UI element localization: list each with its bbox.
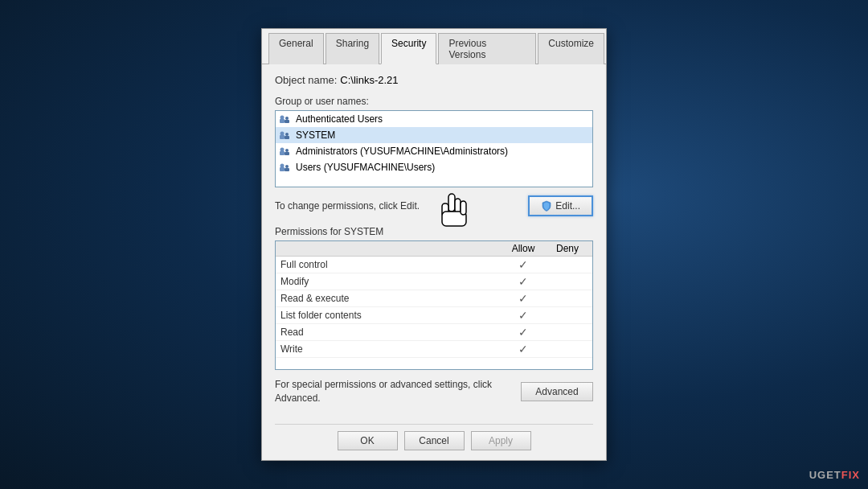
table-row: List folder contents ✓ [276, 307, 592, 324]
svg-point-15 [285, 165, 289, 168]
svg-rect-2 [285, 120, 289, 123]
permissions-header: Permissions for SYSTEM [275, 226, 593, 237]
tab-security[interactable]: Security [381, 33, 436, 64]
svg-point-9 [280, 147, 285, 151]
tab-previous-versions[interactable]: Previous Versions [438, 33, 536, 64]
user-group-icon [279, 113, 292, 125]
allow-check-read-execute: ✓ [499, 292, 547, 305]
object-name-label: Object name: [275, 74, 337, 86]
tab-sharing[interactable]: Sharing [326, 33, 379, 64]
object-name-row: Object name: C:\links-2.21 [275, 74, 593, 86]
svg-rect-10 [285, 152, 289, 155]
svg-rect-6 [285, 136, 289, 139]
permissions-column-headers: Allow Deny [276, 241, 592, 257]
apply-button[interactable]: Apply [471, 431, 531, 450]
allow-check-write: ✓ [499, 343, 547, 355]
allow-check-list: ✓ [499, 309, 547, 322]
perm-col-deny: Deny [547, 243, 588, 254]
properties-dialog: General Sharing Security Previous Versio… [261, 28, 607, 462]
table-row: Read & execute ✓ [276, 290, 592, 307]
list-item[interactable]: Authenticated Users [276, 111, 592, 127]
svg-rect-12 [280, 167, 285, 171]
advanced-button[interactable]: Advanced [521, 382, 593, 401]
table-row: Full control ✓ [276, 257, 592, 273]
svg-point-11 [285, 149, 289, 152]
svg-rect-4 [280, 135, 285, 139]
user-group-icon [279, 129, 292, 142]
edit-button[interactable]: Edit... [528, 195, 593, 216]
svg-point-5 [280, 131, 285, 135]
advanced-row: For special permissions or advanced sett… [275, 378, 593, 405]
allow-check-full: ✓ [499, 258, 547, 271]
user-group-icon [279, 161, 292, 174]
cancel-button[interactable]: Cancel [404, 431, 465, 450]
svg-point-7 [285, 133, 289, 136]
permissions-table: Allow Deny Full control ✓ Modify ✓ Read … [275, 240, 593, 370]
tab-general[interactable]: General [268, 33, 324, 64]
permissions-list[interactable]: Full control ✓ Modify ✓ Read & execute ✓… [276, 257, 592, 369]
allow-check-read: ✓ [499, 326, 547, 339]
list-item[interactable]: Administrators (YUSUFMACHINE\Administrat… [276, 143, 592, 159]
shield-icon [541, 200, 552, 212]
svg-point-13 [280, 163, 285, 167]
svg-point-3 [285, 117, 289, 120]
svg-rect-8 [280, 151, 285, 155]
table-row: Write ✓ [276, 341, 592, 358]
svg-point-1 [280, 115, 285, 119]
svg-rect-14 [285, 168, 289, 171]
list-item[interactable]: SYSTEM [276, 127, 592, 143]
security-content: Object name: C:\links-2.21 Group or user… [262, 64, 606, 425]
advanced-text: For special permissions or advanced sett… [275, 378, 521, 405]
edit-row-text: To change permissions, click Edit. [275, 200, 528, 212]
perm-col-name [280, 243, 499, 254]
tab-bar: General Sharing Security Previous Versio… [262, 29, 606, 64]
ok-button[interactable]: OK [338, 431, 398, 450]
group-label: Group or user names: [275, 96, 593, 107]
user-group-icon [279, 145, 292, 158]
list-item[interactable]: Users (YUSUFMACHINE\Users) [276, 159, 592, 175]
edit-row: To change permissions, click Edit. Edit.… [275, 195, 593, 216]
table-row: Read ✓ [276, 324, 592, 341]
bottom-buttons: OK Cancel Apply [275, 424, 593, 450]
perm-col-allow: Allow [499, 243, 547, 254]
svg-rect-0 [280, 119, 285, 123]
allow-check-modify: ✓ [499, 275, 547, 288]
object-name-value: C:\links-2.21 [340, 74, 398, 86]
tab-customize[interactable]: Customize [538, 33, 604, 64]
users-listbox[interactable]: Authenticated Users SYSTEM Admin [275, 110, 593, 187]
table-row: Modify ✓ [276, 273, 592, 290]
watermark: UGETFIX [809, 469, 860, 481]
